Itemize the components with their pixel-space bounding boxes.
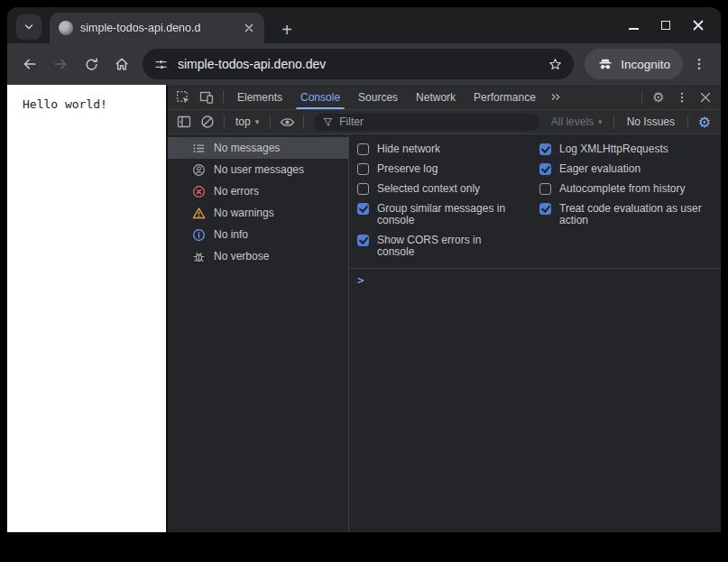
sidebar-item-label: No verbose: [214, 250, 269, 263]
forward-arrow-icon: [52, 56, 69, 72]
kebab-menu-icon: [692, 57, 706, 71]
sidebar-item-verbose[interactable]: No verbose: [168, 245, 348, 267]
forward-button[interactable]: [47, 51, 74, 78]
live-expression-button[interactable]: [275, 111, 299, 133]
home-icon: [114, 56, 130, 72]
sidebar-item-label: No errors: [214, 185, 259, 198]
console-filter[interactable]: [314, 114, 539, 131]
user-icon: [192, 163, 206, 177]
double-chevron-icon: [549, 90, 563, 104]
maximize-button[interactable]: [659, 19, 672, 32]
checkbox[interactable]: [539, 143, 551, 155]
sidebar-item-label: No user messages: [214, 163, 304, 176]
chevron-down-icon: [23, 22, 34, 32]
option-log-xhr[interactable]: Log XMLHttpRequests: [539, 139, 714, 159]
checkbox[interactable]: [357, 235, 369, 246]
console-sidebar: No messages No user messages No errors: [168, 134, 349, 532]
option-hide-network[interactable]: Hide network: [357, 139, 539, 159]
devtools-close-button[interactable]: [694, 87, 717, 108]
back-arrow-icon: [22, 56, 38, 72]
device-toolbar-button[interactable]: [195, 87, 218, 108]
divider: [641, 90, 642, 104]
home-button[interactable]: [108, 51, 135, 78]
minimize-button[interactable]: [627, 19, 640, 32]
console-settings-panel: Hide network Preserve log Selected conte…: [349, 134, 721, 269]
sidebar-item-user-messages[interactable]: No user messages: [168, 159, 348, 180]
context-selector[interactable]: top ▾: [229, 115, 265, 128]
checkbox[interactable]: [357, 183, 369, 195]
tab-title: simple-todos-api.deno.d: [80, 22, 234, 34]
tab-sources[interactable]: Sources: [349, 85, 407, 109]
prompt-chevron-icon: >: [357, 273, 364, 287]
bookmark-star-button[interactable]: [548, 57, 563, 72]
option-eager-evaluation[interactable]: Eager evaluation: [539, 159, 714, 179]
option-treat-evaluation-user-action[interactable]: Treat code evaluation as user action: [539, 198, 714, 230]
tab-close-button[interactable]: [241, 20, 257, 36]
option-autocomplete-history[interactable]: Autocomplete from history: [539, 179, 714, 198]
close-window-button[interactable]: [692, 19, 705, 32]
tab-performance[interactable]: Performance: [465, 85, 545, 109]
checkbox[interactable]: [539, 163, 551, 175]
sidebar-item-errors[interactable]: No errors: [168, 180, 348, 202]
divider: [224, 115, 225, 129]
checkbox[interactable]: [539, 203, 551, 215]
address-bar[interactable]: simple-todos-api.deno.dev: [143, 49, 574, 79]
reload-icon: [84, 57, 99, 72]
sidebar-panel-icon: [177, 115, 191, 129]
tab-network[interactable]: Network: [407, 85, 465, 109]
new-tab-button[interactable]: +: [278, 22, 296, 38]
site-settings-icon[interactable]: [153, 57, 169, 72]
option-group-similar[interactable]: Group similar messages in console: [357, 198, 539, 230]
error-icon: [192, 185, 206, 198]
funnel-icon: [322, 116, 334, 128]
sidebar-item-label: No messages: [214, 142, 280, 154]
back-button[interactable]: [16, 51, 43, 78]
option-preserve-log[interactable]: Preserve log: [357, 159, 539, 179]
settings-column-left: Hide network Preserve log Selected conte…: [357, 139, 539, 262]
browser-tab[interactable]: simple-todos-api.deno.d: [50, 13, 264, 43]
more-tabs-button[interactable]: [545, 87, 568, 108]
page-viewport: Hello world!: [7, 85, 166, 532]
sidebar-item-label: No info: [214, 228, 248, 241]
url-text[interactable]: simple-todos-api.deno.dev: [178, 57, 539, 71]
tab-search-button[interactable]: [16, 14, 41, 40]
clear-console-button[interactable]: [196, 111, 219, 133]
close-icon: [700, 92, 711, 103]
console-filter-input[interactable]: [339, 115, 531, 128]
issues-counter[interactable]: No Issues: [619, 115, 683, 128]
checkbox[interactable]: [357, 163, 369, 175]
sidebar-item-messages[interactable]: No messages: [168, 137, 348, 159]
option-show-cors-errors[interactable]: Show CORS errors in console: [357, 230, 539, 262]
log-levels-selector[interactable]: All levels ▾: [545, 115, 609, 128]
info-icon: [192, 228, 206, 242]
site-favicon: [59, 21, 73, 35]
console-sidebar-toggle-button[interactable]: [172, 111, 196, 133]
warning-icon: [192, 207, 206, 220]
bug-icon: [192, 250, 206, 263]
close-icon: [244, 23, 253, 32]
option-selected-context-only[interactable]: Selected context only: [357, 179, 539, 198]
sidebar-item-info[interactable]: No info: [168, 224, 348, 245]
browser-menu-button[interactable]: [687, 51, 712, 77]
star-icon: [548, 57, 563, 72]
checkbox[interactable]: [357, 143, 369, 155]
tab-console[interactable]: Console: [291, 85, 349, 109]
window-controls: [627, 7, 705, 43]
window-content: Hello world! Elements Console Sources Ne…: [7, 85, 721, 532]
inspect-element-button[interactable]: [171, 87, 195, 108]
devtools-menu-button[interactable]: [670, 87, 694, 108]
reload-button[interactable]: [78, 51, 105, 78]
console-prompt[interactable]: >: [349, 269, 721, 290]
chevron-down-icon: ▾: [598, 117, 603, 126]
sidebar-item-warnings[interactable]: No warnings: [168, 202, 348, 224]
devtools-settings-button[interactable]: ⚙: [647, 87, 670, 108]
tab-strip: simple-todos-api.deno.d +: [7, 7, 721, 43]
divider: [687, 115, 688, 129]
devtools-tabbar: Elements Console Sources Network Perform…: [168, 85, 721, 110]
console-toolbar: top ▾ All levels ▾ No Issues: [168, 110, 721, 134]
checkbox[interactable]: [357, 203, 369, 215]
close-icon: [693, 20, 704, 31]
tab-elements[interactable]: Elements: [228, 85, 291, 109]
console-settings-button[interactable]: ⚙: [693, 111, 716, 133]
checkbox[interactable]: [539, 183, 551, 195]
